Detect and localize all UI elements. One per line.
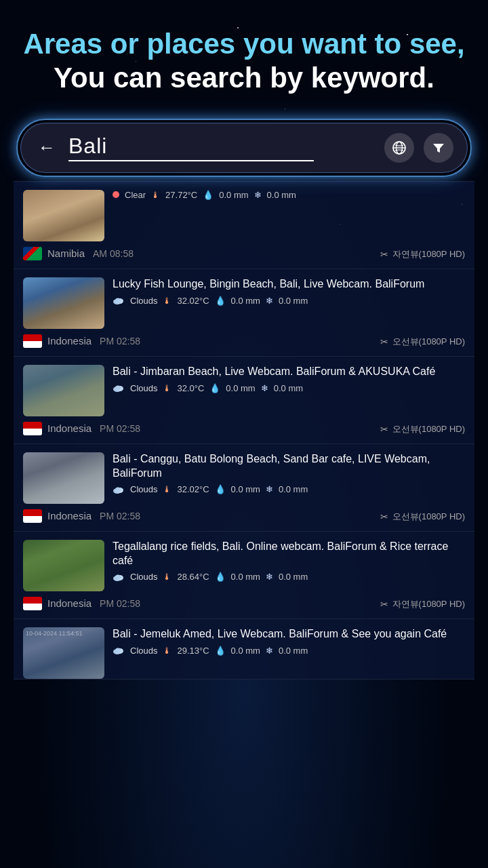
cloud-icon xyxy=(113,572,125,582)
result-thumbnail xyxy=(23,365,104,416)
result-title: Bali - Jemeluk Amed, Live Webcam. BaliFo… xyxy=(113,627,465,642)
result-info: Lucky Fish Lounge, Bingin Beach, Bali, L… xyxy=(113,277,465,306)
temp-value: 32.02°C xyxy=(177,484,209,494)
location-name: Indonesia xyxy=(47,422,92,434)
quality-label: 오선뷰(1080P HD) xyxy=(392,511,465,523)
weather-row: Clouds 🌡 32.02°C 💧 0.0 mm ❄ 0.0 mm xyxy=(113,296,465,306)
result-bottom: Indonesia PM 02:58 ✂ 자연뷰(1080P HD) xyxy=(23,595,465,610)
weather-row: Clouds 🌡 28.64°C 💧 0.0 mm ❄ 0.0 mm xyxy=(113,572,465,582)
result-thumbnail xyxy=(23,277,104,329)
filter-button[interactable] xyxy=(424,133,453,163)
result-card[interactable]: Tegallalang rice fields, Bali. Online we… xyxy=(14,532,474,619)
result-bottom: Indonesia PM 02:58 ✂ 오선뷰(1080P HD) xyxy=(23,420,465,435)
result-info: Tegallalang rice fields, Bali. Online we… xyxy=(113,540,465,583)
result-card[interactable]: 10-04-2024 11:54:51 Bali - Jemeluk Amed,… xyxy=(14,619,474,679)
quality-label: 자연뷰(1080P HD) xyxy=(392,248,465,260)
time-text: PM 02:58 xyxy=(100,598,140,609)
quality-label: 자연뷰(1080P HD) xyxy=(392,598,465,610)
rain-value: 0.0 mm xyxy=(231,646,260,656)
result-card[interactable]: Clear 🌡 27.72°C 💧 0.0 mm ❄ 0.0 mm Namibi… xyxy=(14,181,474,269)
rain-value: 0.0 mm xyxy=(231,296,260,306)
quality-icon: ✂ xyxy=(380,511,388,522)
location-name: Indonesia xyxy=(47,510,92,521)
location-name: Indonesia xyxy=(47,335,92,347)
snow-icon: ❄ xyxy=(254,190,262,200)
flag-location: Indonesia PM 02:58 xyxy=(23,334,140,348)
result-top: Clear 🌡 27.72°C 💧 0.0 mm ❄ 0.0 mm xyxy=(23,190,465,241)
snow-icon: ❄ xyxy=(266,296,273,306)
result-top: Lucky Fish Lounge, Bingin Beach, Bali, L… xyxy=(23,277,465,329)
search-icons xyxy=(384,133,453,163)
result-bottom: Indonesia PM 02:58 ✂ 오선뷰(1080P HD) xyxy=(23,508,465,523)
flag xyxy=(23,509,42,523)
quality-row: ✂ 자연뷰(1080P HD) xyxy=(380,598,465,610)
svg-point-12 xyxy=(115,487,121,492)
result-top: 10-04-2024 11:54:51 Bali - Jemeluk Amed,… xyxy=(23,627,465,679)
result-top: Bali - Canggu, Batu Bolong Beach, Sand B… xyxy=(23,452,465,504)
result-card[interactable]: Lucky Fish Lounge, Bingin Beach, Bali, L… xyxy=(14,269,474,357)
weather-condition: Clouds xyxy=(130,646,157,656)
quality-icon: ✂ xyxy=(380,249,388,260)
rain-value: 0.0 mm xyxy=(219,190,248,200)
weather-condition: Clouds xyxy=(130,484,157,494)
svg-point-9 xyxy=(115,386,121,391)
rain-value: 0.0 mm xyxy=(231,572,260,582)
temp-value: 32.0°C xyxy=(177,383,204,393)
rain-value: 0.0 mm xyxy=(226,383,255,393)
rain-icon: 💧 xyxy=(209,383,220,393)
weather-condition: Clouds xyxy=(130,296,157,306)
svg-point-15 xyxy=(115,574,121,579)
flag-location: Indonesia PM 02:58 xyxy=(23,422,140,435)
quality-row: ✂ 오선뷰(1080P HD) xyxy=(380,511,465,523)
result-thumbnail xyxy=(23,540,104,591)
time-text: PM 02:58 xyxy=(100,511,140,521)
back-button[interactable]: ← xyxy=(35,137,59,158)
rain-icon: 💧 xyxy=(215,646,226,656)
snow-value: 0.0 mm xyxy=(267,190,296,200)
result-card[interactable]: Bali - Jimbaran Beach, Live Webcam. Bali… xyxy=(14,357,474,444)
temp-icon: 🌡 xyxy=(163,383,171,393)
quality-icon: ✂ xyxy=(380,424,388,435)
result-title: Tegallalang rice fields, Bali. Online we… xyxy=(113,540,465,568)
weather-row: Clear 🌡 27.72°C 💧 0.0 mm ❄ 0.0 mm xyxy=(113,190,465,200)
svg-point-18 xyxy=(115,648,121,653)
quality-label: 오선뷰(1080P HD) xyxy=(392,336,465,348)
cloud-icon xyxy=(113,296,125,305)
headline-line1: Areas or places you want to see, xyxy=(20,27,468,61)
result-info: Bali - Jemeluk Amed, Live Webcam. BaliFo… xyxy=(113,627,465,656)
result-top: Tegallalang rice fields, Bali. Online we… xyxy=(23,540,465,591)
search-container: ← Bali xyxy=(20,123,468,173)
clear-dot xyxy=(113,191,119,198)
search-bar: ← Bali xyxy=(20,123,468,173)
flag-location: Namibia AM 08:58 xyxy=(23,247,134,260)
flag xyxy=(23,422,42,435)
location-name: Namibia xyxy=(47,248,85,259)
rain-icon: 💧 xyxy=(203,190,214,200)
headline-line2: You can search by keyword. xyxy=(20,61,468,95)
snow-value: 0.0 mm xyxy=(279,296,308,306)
result-info: Bali - Canggu, Batu Bolong Beach, Sand B… xyxy=(113,452,465,495)
result-card[interactable]: Bali - Canggu, Batu Bolong Beach, Sand B… xyxy=(14,444,474,532)
time-text: PM 02:58 xyxy=(100,423,140,434)
search-underline xyxy=(68,160,314,161)
globe-search-button[interactable] xyxy=(384,133,414,163)
search-input-area[interactable]: Bali xyxy=(68,134,375,161)
temp-icon: 🌡 xyxy=(163,572,171,582)
snow-value: 0.0 mm xyxy=(279,572,308,582)
temp-value: 29.13°C xyxy=(177,646,209,656)
quality-row: ✂ 오선뷰(1080P HD) xyxy=(380,423,465,435)
quality-icon: ✂ xyxy=(380,599,388,610)
location-name: Indonesia xyxy=(47,597,92,609)
result-thumbnail: 10-04-2024 11:54:51 xyxy=(23,627,104,679)
result-info: Bali - Jimbaran Beach, Live Webcam. Bali… xyxy=(113,365,465,393)
flag xyxy=(23,334,42,348)
thumb-image xyxy=(23,190,104,241)
globe-icon xyxy=(392,140,407,155)
time-text: PM 02:58 xyxy=(100,336,140,347)
result-info: Clear 🌡 27.72°C 💧 0.0 mm ❄ 0.0 mm xyxy=(113,190,465,200)
temp-icon: 🌡 xyxy=(151,190,160,200)
result-bottom: Indonesia PM 02:58 ✂ 오선뷰(1080P HD) xyxy=(23,333,465,348)
weather-condition: Clouds xyxy=(130,572,157,582)
result-bottom: Namibia AM 08:58 ✂ 자연뷰(1080P HD) xyxy=(23,245,465,260)
temp-icon: 🌡 xyxy=(163,646,171,656)
